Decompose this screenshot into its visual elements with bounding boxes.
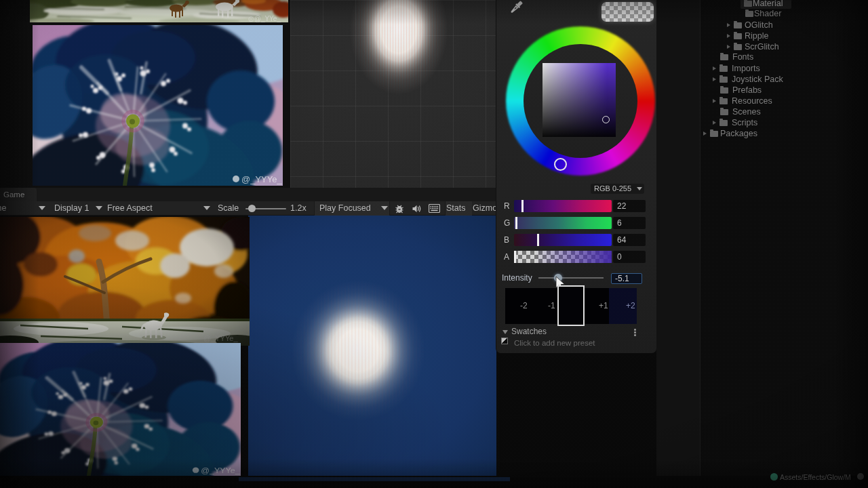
svg-text:◎@_YYe_: ◎@_YYe_ [248, 15, 281, 22]
